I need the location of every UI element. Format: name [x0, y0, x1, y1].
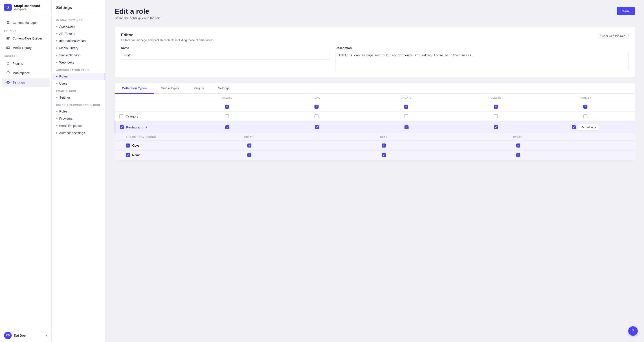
all-update-checkbox[interactable] [404, 105, 408, 109]
dot-icon [56, 62, 58, 63]
sidebar-item-marketplace[interactable]: Marketplace [2, 69, 50, 78]
dot-icon [56, 33, 58, 34]
chevron-up-icon: ∧ [146, 126, 148, 129]
help-button[interactable]: ? [628, 326, 638, 336]
restaurant-settings-button[interactable]: ⚙ Settings [578, 124, 599, 130]
category-delete-checkbox[interactable] [494, 114, 498, 118]
role-card: Editor Editors can manage and publish co… [114, 26, 635, 78]
role-form: Name Description Editors can manage and … [121, 46, 628, 71]
avatar: KD [4, 332, 12, 339]
sidebar-item-plugins[interactable]: Plugins [2, 59, 50, 68]
category-read-checkbox[interactable] [314, 114, 318, 118]
cover-create-checkbox[interactable] [247, 144, 252, 148]
sidebar-item-content-manager[interactable]: Content Manager [2, 18, 50, 27]
gear-icon: ⚙ [581, 126, 584, 129]
settings-nav-up-roles[interactable]: Roles [52, 108, 105, 115]
all-create-checkbox[interactable] [225, 105, 229, 109]
settings-nav-users[interactable]: Users [52, 80, 105, 87]
name-input[interactable] [121, 51, 330, 60]
all-read-checkbox[interactable] [314, 105, 318, 109]
category-create-checkbox[interactable] [225, 114, 229, 118]
restaurant-row-checkbox[interactable] [120, 125, 124, 129]
restaurant-read-checkbox[interactable] [315, 125, 319, 129]
tab-collection-types[interactable]: Collection Types [115, 83, 154, 94]
restaurant-delete-checkbox[interactable] [494, 125, 498, 129]
svg-rect-4 [6, 37, 10, 38]
page-title-group: Edit a role Define the rights given to t… [114, 7, 160, 20]
category-label-cell: Category [119, 114, 182, 118]
header-delete: DELETE [451, 96, 540, 99]
sidebar-item-label: Content Manager [12, 21, 37, 25]
settings-nav-advanced-settings[interactable]: Advanced settings [52, 129, 105, 137]
tab-single-types[interactable]: Single Types [154, 83, 186, 94]
perm-row-all [115, 102, 635, 112]
settings-nav-api-tokens[interactable]: API Tokens [52, 30, 105, 37]
dot-icon [56, 132, 58, 134]
fields-update-header: UPDATE [451, 136, 586, 138]
restaurant-publish-checkbox[interactable] [572, 125, 576, 129]
name-field-checkbox[interactable] [126, 153, 130, 157]
restaurant-update-checkbox[interactable] [404, 125, 408, 129]
content-manager-icon [6, 21, 10, 25]
settings-nav-webhooks[interactable]: Webhooks [52, 59, 105, 66]
sidebar-item-content-type-builder[interactable]: Content-Type Builder [2, 34, 50, 43]
general-section-label: GENERAL [0, 53, 52, 59]
settings-nav-email-templates[interactable]: Email templates [52, 122, 105, 129]
tab-plugins[interactable]: Plugins [186, 83, 211, 94]
svg-rect-5 [6, 38, 9, 39]
sidebar-brand: S Strapi Dashboard Workplace [0, 0, 52, 15]
role-description-text: Editors can manage and publish contents … [121, 38, 214, 42]
perm-row-restaurant: Restaurant ∧ [115, 121, 635, 133]
settings-nav-application[interactable]: Application [52, 23, 105, 30]
cover-update-checkbox[interactable] [516, 144, 520, 148]
permissions-card: Collection Types Single Types Plugins Se… [114, 83, 635, 160]
dot-icon [56, 55, 58, 56]
settings-nav-roles[interactable]: Roles [52, 73, 105, 80]
role-name-heading: Editor [121, 33, 214, 38]
all-delete-cell [451, 105, 540, 109]
dot-icon [56, 40, 58, 42]
name-create-checkbox[interactable] [247, 153, 252, 157]
category-row-checkbox[interactable] [119, 114, 123, 118]
field-row-cover: Cover [115, 141, 635, 150]
name-field-group: Name [121, 46, 330, 71]
permissions-table: CREATE READ UPDATE DELETE PUBLISH [115, 94, 635, 160]
perm-row-category: Category [115, 112, 635, 121]
settings-nav-email-settings[interactable]: Settings [52, 94, 105, 101]
settings-icon [6, 80, 10, 85]
settings-nav-media-library[interactable]: Media Library [52, 45, 105, 52]
restaurant-read-cell [272, 125, 362, 129]
role-card-header: Editor Editors can manage and publish co… [121, 33, 628, 42]
settings-nav-title: Settings [52, 6, 105, 14]
category-publish-checkbox[interactable] [584, 114, 588, 118]
all-publish-checkbox[interactable] [584, 105, 588, 109]
all-delete-checkbox[interactable] [494, 105, 498, 109]
desc-field-group: Description Editors can manage and publi… [336, 46, 628, 71]
plugins-section-label: PLUGINS [0, 28, 52, 34]
settings-nav-sso[interactable]: Single Sign-On [52, 52, 105, 59]
save-button[interactable]: Save [617, 7, 635, 15]
desc-textarea[interactable]: Editors can manage and publish contents … [336, 51, 628, 71]
settings-nav-internationalization[interactable]: Internationalization [52, 37, 105, 45]
cover-field-checkbox[interactable] [126, 144, 130, 148]
sidebar-item-settings[interactable]: Settings [2, 78, 50, 87]
category-update-checkbox[interactable] [404, 114, 408, 118]
cover-read-checkbox[interactable] [382, 144, 386, 148]
permissions-tabs: Collection Types Single Types Plugins Se… [115, 83, 635, 94]
settings-nav-providers[interactable]: Providers [52, 115, 105, 122]
main-content: Edit a role Define the rights given to t… [106, 0, 644, 342]
dot-icon [56, 47, 58, 49]
dot-icon [56, 26, 58, 27]
name-read-checkbox[interactable] [382, 153, 386, 157]
collapse-sidebar-button[interactable]: ‹ [46, 333, 47, 338]
field-row-name: Name [115, 150, 635, 160]
sidebar-item-label: Marketplace [12, 71, 30, 75]
content-type-builder-icon [6, 36, 10, 41]
dot-icon [56, 125, 58, 126]
name-update-checkbox[interactable] [516, 153, 520, 157]
sidebar-item-media-library[interactable]: Media Library [2, 43, 50, 52]
sidebar: S Strapi Dashboard Workplace Content Man… [0, 0, 52, 342]
restaurant-create-checkbox[interactable] [225, 125, 230, 129]
tab-settings[interactable]: Settings [211, 83, 237, 94]
svg-rect-3 [8, 23, 10, 24]
